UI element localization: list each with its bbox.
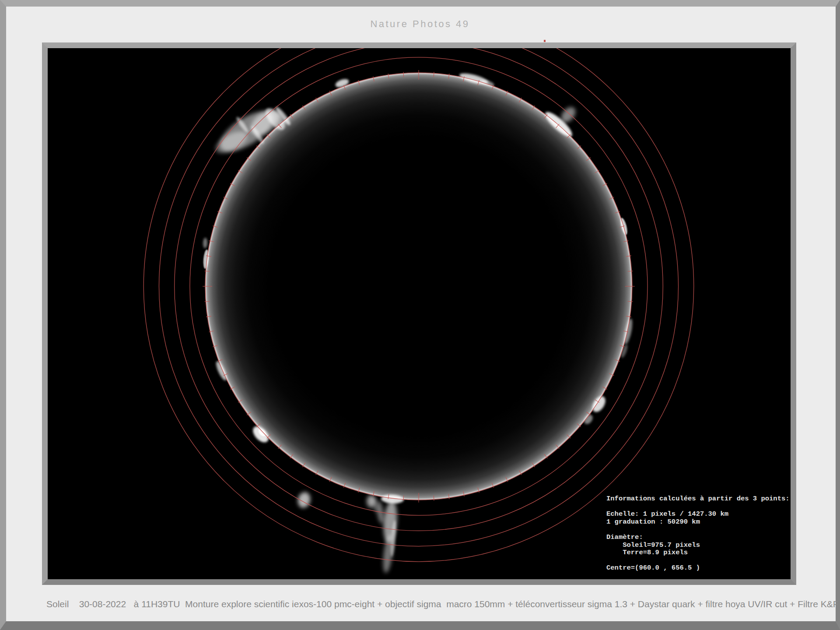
clipped-tick-mark: [544, 40, 546, 42]
photo-page: Nature Photos 49 Informations calculées …: [0, 0, 840, 630]
info-line: Echelle: 1 pixels / 1427.30 km: [606, 510, 790, 518]
info-line: [606, 557, 790, 565]
info-line: Soleil=975.7 pixels: [606, 542, 790, 549]
info-line: Informations calculées à partir des 3 po…: [606, 495, 790, 503]
photo-caption: Soleil 30-08-2022 à 11H39TU Monture expl…: [46, 599, 830, 609]
info-line: [606, 503, 790, 511]
info-line: Centre=(960.0 , 656.5 ): [606, 564, 790, 572]
page-title: Nature Photos 49: [0, 18, 840, 30]
info-line: Terre=8.9 pixels: [606, 549, 790, 557]
sun-photo-area: Informations calculées à partir des 3 po…: [48, 48, 791, 579]
info-line: 1 graduation : 50290 km: [606, 518, 790, 526]
info-panel: Informations calculées à partir des 3 po…: [606, 495, 790, 572]
info-line: Diamètre:: [606, 534, 790, 542]
photo-frame: Informations calculées à partir des 3 po…: [42, 42, 796, 585]
info-line: [606, 526, 790, 534]
